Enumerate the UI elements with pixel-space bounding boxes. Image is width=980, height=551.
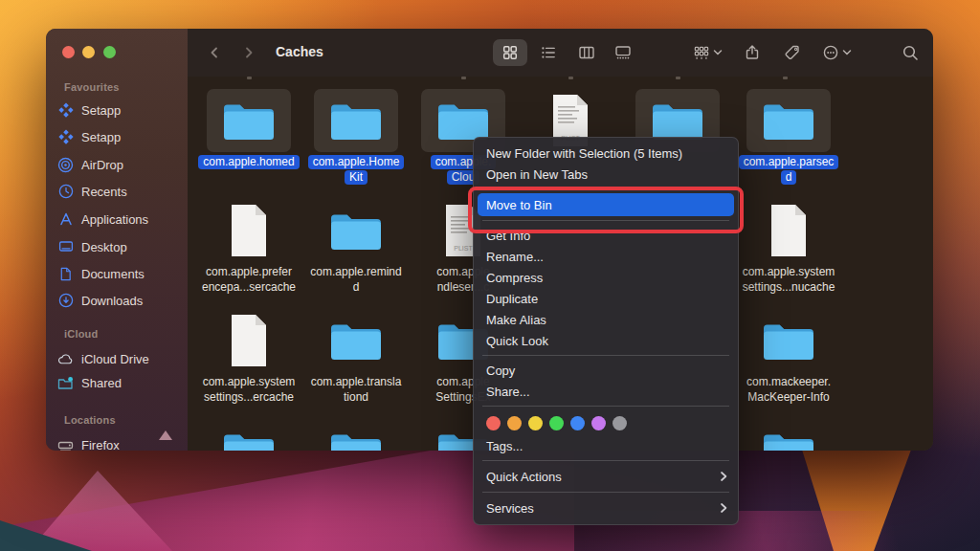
menu-item-copy[interactable]: Copy: [473, 360, 739, 381]
clipped-label-fragment: [461, 77, 466, 79]
back-button[interactable]: [197, 39, 232, 66]
download-icon: [57, 293, 74, 309]
menu-item-open-in-new-tabs[interactable]: Open in New Tabs: [473, 164, 739, 185]
tag-color-dot[interactable]: [549, 416, 564, 430]
airdrop-icon: [57, 157, 74, 173]
sidebar-item-airdrop[interactable]: AirDrop: [57, 153, 183, 176]
clock-icon: [57, 184, 74, 200]
menu-item-share[interactable]: Share...: [473, 381, 739, 402]
external-disk-icon: [57, 437, 74, 452]
sidebar-item-label: Downloads: [81, 294, 143, 308]
tag-color-dot[interactable]: [507, 416, 522, 430]
file-item[interactable]: com.apple.systemsettings...ercache: [199, 309, 299, 405]
sidebar-item-label: Setapp: [81, 130, 121, 144]
sidebar-item-label: AirDrop: [81, 158, 123, 172]
sidebar-section-locations: Locations: [64, 414, 116, 426]
tags-button[interactable]: [775, 39, 810, 66]
folder-icon: [761, 99, 816, 143]
sidebar-item-label: iCloud Drive: [81, 352, 149, 366]
sidebar-item-documents[interactable]: Documents: [57, 262, 183, 285]
file-item[interactable]: com.apple.homed: [199, 89, 299, 169]
menu-item-tags[interactable]: Tags...: [473, 435, 739, 456]
file-item[interactable]: com.apple.preferencepa...sercache: [199, 199, 299, 295]
sidebar-item-desktop[interactable]: Desktop: [57, 235, 183, 258]
desktop-icon: [57, 239, 74, 255]
applications-icon: [57, 211, 74, 228]
menu-item-make-alias[interactable]: Make Alias: [473, 309, 739, 330]
tag-color-row: [473, 410, 739, 435]
menu-separator: [482, 460, 729, 461]
minimize-button[interactable]: [82, 46, 95, 58]
folder-icon: [328, 99, 384, 143]
shared-folder-icon: [57, 375, 74, 391]
tag-color-dot[interactable]: [528, 416, 543, 430]
chevron-down-icon: [842, 49, 852, 56]
folder-icon: [221, 429, 277, 451]
search-button[interactable]: [893, 39, 927, 66]
sidebar-scroll-indicator: [159, 430, 172, 440]
file-item[interactable]: com.apple.systemsettings...nucache: [739, 199, 838, 295]
folder-icon: [761, 319, 816, 363]
window-title: Caches: [276, 44, 323, 59]
menu-item-services[interactable]: Services: [473, 496, 739, 519]
folder-icon: [328, 319, 384, 363]
share-button[interactable]: [735, 39, 769, 66]
setapp-icon: [57, 129, 74, 145]
tag-color-dot[interactable]: [486, 416, 501, 430]
view-gallery-button[interactable]: [606, 39, 640, 66]
more-actions-button[interactable]: [812, 39, 861, 66]
menu-separator: [482, 188, 729, 189]
file-item[interactable]: [306, 419, 406, 451]
forward-button[interactable]: [232, 39, 266, 66]
close-button[interactable]: [62, 46, 75, 58]
menu-item-get-info[interactable]: Get Info: [473, 225, 739, 246]
sidebar-item-shared[interactable]: Shared: [57, 371, 183, 394]
file-item[interactable]: com.apple.remindd: [306, 199, 406, 295]
tag-color-dot[interactable]: [591, 416, 606, 430]
menu-item-quick-look[interactable]: Quick Look: [473, 330, 739, 351]
file-item[interactable]: com.apple.translationd: [306, 309, 406, 405]
cloud-icon: [57, 351, 74, 367]
sidebar-item-icloud-drive[interactable]: iCloud Drive: [57, 347, 183, 370]
file-item[interactable]: [199, 419, 299, 451]
document-icon: [767, 203, 811, 258]
folder-icon: [221, 99, 277, 143]
document-icon: [57, 266, 74, 282]
view-grid-button[interactable]: [493, 39, 527, 66]
menu-item-duplicate[interactable]: Duplicate: [473, 288, 739, 309]
sidebar-item-label: Recents: [81, 185, 127, 199]
submenu-arrow-icon: [720, 502, 727, 514]
view-list-button[interactable]: [531, 39, 566, 66]
file-item[interactable]: [739, 419, 838, 451]
sidebar-item-recents[interactable]: Recents: [57, 180, 183, 203]
view-columns-button[interactable]: [569, 39, 604, 66]
setapp-icon: [57, 102, 74, 119]
sidebar: Favourites Setapp Setapp AirDrop Recents…: [46, 29, 189, 451]
file-item[interactable]: com.apple.HomeKit: [306, 89, 406, 185]
file-item[interactable]: com.mackeeper.MacKeeper-Info: [739, 309, 838, 405]
menu-item-new-folder[interactable]: New Folder with Selection (5 Items): [473, 143, 739, 164]
document-icon: [227, 203, 271, 258]
sidebar-item-label: Documents: [81, 267, 145, 281]
tag-color-dot[interactable]: [612, 416, 627, 430]
sidebar-item-setapp-2[interactable]: Setapp: [57, 125, 183, 148]
menu-separator: [482, 220, 729, 221]
sidebar-item-downloads[interactable]: Downloads: [57, 289, 183, 312]
clipped-label-fragment: [568, 77, 573, 79]
sidebar-item-label: Applications: [81, 212, 148, 227]
svg-text:PLIST: PLIST: [454, 245, 473, 252]
menu-separator: [482, 492, 729, 493]
menu-item-rename[interactable]: Rename...: [473, 246, 739, 267]
menu-item-compress[interactable]: Compress: [473, 267, 739, 288]
zoom-button[interactable]: [103, 46, 116, 58]
sidebar-item-label: Firefox: [81, 438, 120, 452]
context-menu: New Folder with Selection (5 Items) Open…: [473, 137, 739, 525]
group-by-button[interactable]: [682, 39, 732, 66]
file-item[interactable]: com.apple.parsecd: [739, 89, 838, 185]
menu-item-move-to-bin[interactable]: Move to Bin: [478, 193, 734, 216]
sidebar-item-applications[interactable]: Applications: [57, 208, 183, 231]
tag-color-dot[interactable]: [570, 416, 585, 430]
sidebar-item-setapp[interactable]: Setapp: [57, 99, 183, 121]
menu-item-quick-actions[interactable]: Quick Actions: [473, 465, 739, 488]
chevron-down-icon: [713, 49, 723, 56]
